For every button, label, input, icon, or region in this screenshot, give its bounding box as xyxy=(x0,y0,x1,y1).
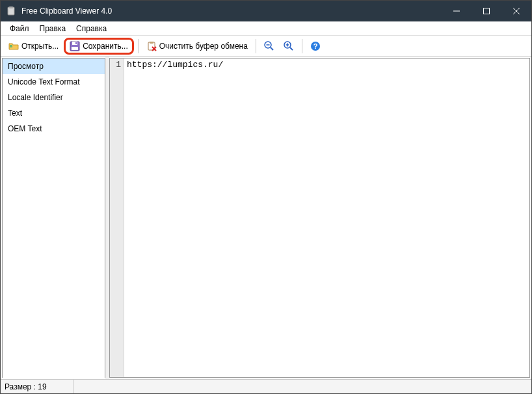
sidebar-item-oem[interactable]: OEM Text xyxy=(3,121,105,137)
sidebar-item-unicode[interactable]: Unicode Text Format xyxy=(3,74,105,90)
svg-text:?: ? xyxy=(313,42,318,50)
svg-rect-11 xyxy=(150,42,153,44)
maximize-button[interactable] xyxy=(472,1,501,21)
svg-rect-8 xyxy=(75,42,77,44)
save-label: Сохранить... xyxy=(83,42,128,51)
line-gutter: 1 xyxy=(110,59,124,377)
sidebar-item-preview[interactable]: Просмотр xyxy=(3,59,105,74)
minimize-button[interactable] xyxy=(442,1,472,21)
zoom-out-icon xyxy=(264,41,274,51)
menu-file[interactable]: Файл xyxy=(5,23,34,34)
svg-line-18 xyxy=(290,47,293,50)
sidebar-item-locale[interactable]: Locale Identifier xyxy=(3,90,105,105)
zoom-in-icon xyxy=(284,41,294,51)
svg-line-15 xyxy=(271,47,273,50)
menu-edit[interactable]: Правка xyxy=(34,23,72,34)
open-label: Открыть... xyxy=(21,42,59,51)
zoom-out-button[interactable] xyxy=(260,39,278,53)
app-icon xyxy=(6,6,16,16)
clear-icon xyxy=(146,41,157,51)
menu-help[interactable]: Справка xyxy=(71,23,112,34)
open-button[interactable]: Открыть... xyxy=(5,39,62,53)
menubar: Файл Правка Справка xyxy=(1,21,531,36)
toolbar-separator xyxy=(302,39,302,53)
help-button[interactable]: ? xyxy=(306,39,325,53)
close-button[interactable] xyxy=(501,1,531,21)
line-number: 1 xyxy=(116,60,121,70)
svg-rect-1 xyxy=(9,7,13,8)
toolbar-separator xyxy=(138,39,139,53)
status-size: Размер : 19 xyxy=(5,380,73,393)
toolbar: Открыть... Сохранить... Очистить буфер о… xyxy=(1,36,531,57)
titlebar: Free Clipboard Viewer 4.0 xyxy=(1,1,531,21)
statusbar: Размер : 19 xyxy=(1,379,531,393)
clipboard-text[interactable]: https://lumpics.ru/ xyxy=(124,59,529,377)
svg-rect-9 xyxy=(72,47,78,50)
format-list: Просмотр Unicode Text Format Locale Iden… xyxy=(2,58,105,378)
save-button[interactable]: Сохранить... xyxy=(64,38,134,55)
content-viewer: 1 https://lumpics.ru/ xyxy=(109,58,530,378)
help-icon: ? xyxy=(310,41,321,51)
toolbar-separator xyxy=(256,39,256,53)
save-icon xyxy=(70,41,80,51)
clear-label: Очистить буфер обмена xyxy=(159,42,248,51)
window-title: Free Clipboard Viewer 4.0 xyxy=(21,7,442,16)
sidebar-item-text[interactable]: Text xyxy=(3,105,105,121)
content-area: Просмотр Unicode Text Format Locale Iden… xyxy=(1,57,531,379)
svg-rect-3 xyxy=(484,8,490,14)
open-icon xyxy=(8,41,19,51)
zoom-in-button[interactable] xyxy=(280,39,298,53)
clear-button[interactable]: Очистить буфер обмена xyxy=(142,39,252,53)
